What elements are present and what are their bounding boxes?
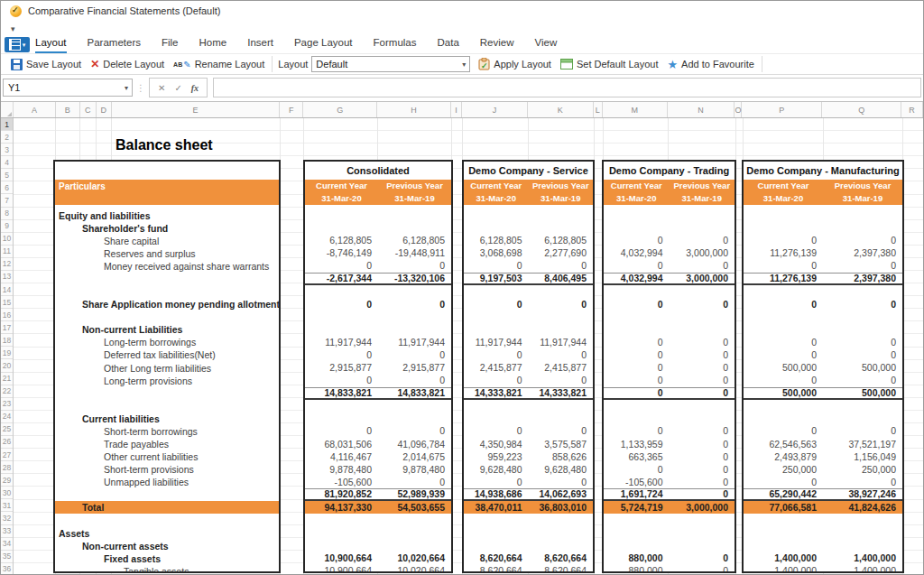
column-header[interactable]: C (80, 102, 97, 117)
tab-home[interactable]: Home (199, 37, 227, 51)
cell[interactable]: 0 (670, 477, 735, 488)
cell[interactable]: 77,066,581 (744, 502, 823, 514)
cell[interactable]: 8,406,495 (529, 273, 594, 284)
cell[interactable]: 0 (670, 337, 735, 348)
cell[interactable]: 38,927,246 (823, 488, 902, 500)
cell[interactable]: 0 (823, 299, 902, 311)
column-header[interactable]: F (280, 102, 303, 117)
cell[interactable]: 0 (823, 235, 902, 246)
cell[interactable]: 0 (604, 362, 670, 374)
cell[interactable]: 0 (744, 260, 823, 272)
save-layout-button[interactable]: Save Layout (6, 55, 86, 73)
tab-layout[interactable]: Layout (35, 37, 67, 54)
row-header[interactable]: 4 (1, 156, 13, 169)
cell[interactable]: 9,878,480 (305, 464, 378, 476)
cell[interactable]: 11,917,944 (305, 337, 378, 348)
cell[interactable]: 14,333,821 (529, 387, 594, 399)
cell[interactable]: 880,000 (604, 552, 670, 564)
cell[interactable]: 500,000 (744, 362, 823, 374)
row-header[interactable]: 20 (1, 359, 13, 372)
cell[interactable]: 6,128,805 (305, 235, 378, 246)
row-header[interactable]: 29 (1, 474, 13, 487)
cancel-entry-icon[interactable]: ✕ (158, 83, 165, 93)
cell[interactable]: Current liabilities (55, 413, 160, 425)
tab-insert[interactable]: Insert (247, 37, 273, 51)
row-header[interactable]: 1 (1, 118, 13, 131)
cell[interactable]: 959,223 (464, 451, 529, 463)
cell[interactable]: 0 (670, 552, 735, 564)
row-header[interactable]: 25 (1, 423, 13, 436)
column-header[interactable]: Q (822, 102, 901, 117)
cell[interactable]: 0 (604, 337, 670, 348)
cell[interactable]: 0 (604, 235, 670, 246)
cell[interactable]: Equity and liabilities (55, 209, 151, 222)
cell[interactable]: 9,197,503 (464, 273, 529, 284)
row-header[interactable]: 28 (1, 461, 13, 474)
cell[interactable]: 0 (823, 375, 902, 386)
cell[interactable]: 0 (823, 425, 902, 437)
cell[interactable]: Deferred tax liabilities(Net) (55, 348, 216, 361)
formula-input[interactable] (213, 78, 921, 97)
column-header[interactable]: R (901, 102, 923, 117)
cell[interactable]: Trade payables (55, 438, 169, 450)
cell[interactable]: 0 (464, 299, 529, 311)
cell[interactable]: 4,116,467 (305, 451, 378, 463)
cell[interactable]: 500,000 (823, 387, 902, 399)
column-header[interactable]: E (112, 102, 281, 117)
cell[interactable]: 1,133,959 (604, 439, 670, 450)
cell[interactable]: 250,000 (744, 464, 823, 476)
set-default-layout-button[interactable]: Set Default Layout (556, 55, 663, 73)
row-header[interactable]: 17 (1, 321, 13, 334)
row-header[interactable]: 11 (1, 246, 13, 258)
cell[interactable]: 0 (744, 425, 823, 437)
cell[interactable]: 9,628,480 (529, 464, 594, 476)
row-header[interactable]: 19 (1, 347, 13, 359)
row-header[interactable]: 16 (1, 309, 13, 321)
period-date-cell[interactable]: 31-Mar-20 (744, 192, 823, 205)
cell[interactable]: 0 (305, 299, 378, 311)
cell[interactable]: Long-term borrowings (55, 336, 196, 348)
cell[interactable]: 0 (378, 299, 451, 311)
cell[interactable]: Short-term provisions (55, 463, 194, 476)
row-header[interactable]: 2 (1, 131, 13, 144)
cell[interactable]: 0 (378, 349, 451, 361)
cell[interactable]: 6,128,805 (529, 235, 594, 246)
row-header[interactable]: 14 (1, 283, 13, 296)
cell[interactable]: 9,628,480 (464, 464, 529, 476)
cell[interactable]: 858,626 (529, 451, 594, 463)
cell[interactable]: Short-term borrowings (55, 425, 198, 438)
cell[interactable]: 0 (378, 375, 451, 386)
cell[interactable]: 5,724,719 (604, 502, 670, 514)
cell[interactable]: 54,503,655 (378, 502, 451, 514)
row-header[interactable]: 9 (1, 220, 13, 233)
tab-review[interactable]: Review (480, 37, 514, 51)
rename-layout-button[interactable]: AB ✎ Rename Layout (169, 55, 269, 73)
row-header[interactable]: 34 (1, 538, 13, 551)
cell[interactable]: 9,878,480 (378, 464, 451, 476)
column-header[interactable]: H (377, 102, 451, 117)
cell[interactable]: 0 (670, 362, 735, 374)
cell[interactable]: 0 (529, 349, 594, 361)
cell[interactable]: 1,400,000 (823, 565, 902, 573)
cell[interactable]: 36,803,010 (529, 502, 594, 514)
cell[interactable]: 38,470,011 (464, 502, 529, 514)
cell[interactable]: 8,620,664 (529, 565, 594, 573)
cell[interactable]: 10,020,664 (378, 565, 451, 573)
cell[interactable]: 37,521,197 (823, 439, 902, 450)
cell[interactable]: Other current liabilities (55, 450, 198, 463)
row-header[interactable]: 15 (1, 296, 13, 309)
cell[interactable]: Share capital (55, 235, 159, 247)
cell[interactable]: 0 (529, 299, 594, 311)
cell[interactable]: -105,600 (305, 477, 378, 488)
cell[interactable]: 2,397,380 (823, 247, 902, 259)
cell[interactable]: 0 (529, 375, 594, 386)
column-header[interactable]: A (14, 102, 56, 117)
cell[interactable]: 3,068,698 (464, 247, 529, 259)
column-header[interactable]: P (742, 102, 822, 117)
cell[interactable]: 2,915,877 (305, 362, 378, 374)
column-header[interactable]: O (735, 102, 742, 117)
cell[interactable]: 62,546,563 (744, 439, 823, 450)
cell[interactable]: 0 (670, 299, 735, 311)
quick-access-caret-icon[interactable]: ▾ (11, 24, 15, 33)
period-date-cell[interactable]: 31-Mar-19 (378, 192, 451, 205)
